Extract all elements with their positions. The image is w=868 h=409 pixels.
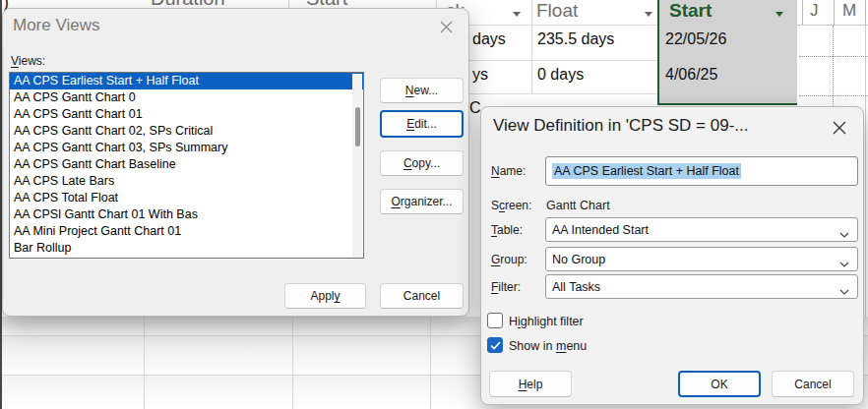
show-in-menu-label: Show in menu: [509, 339, 587, 353]
filter-label: Filter:: [491, 280, 521, 294]
dialog-title: More Views: [13, 16, 100, 35]
show-in-menu-checkbox[interactable]: [487, 337, 503, 353]
filter-select-value: All Tasks: [552, 280, 600, 294]
view-list-item[interactable]: AA CPS Gantt Chart Baseline: [10, 156, 363, 173]
background-column-line: [292, 317, 293, 409]
selected-column-bottom-border: [659, 103, 797, 105]
view-list-item[interactable]: Bar Rollup: [10, 240, 363, 257]
chevron-down-icon: [839, 284, 849, 298]
views-list[interactable]: AA CPS Earliest Start + Half FloatAA CPS…: [9, 72, 364, 259]
timescale-label: J: [810, 1, 819, 21]
timescale-divider: [802, 0, 803, 25]
apply-button[interactable]: Apply: [284, 283, 366, 309]
scrollbar[interactable]: [352, 74, 362, 259]
more-views-dialog: More Views Views: AA CPS Earliest Start …: [2, 8, 469, 317]
timescale-label: M: [842, 1, 856, 21]
gantt-gridline: [799, 95, 868, 96]
background-column-line: [430, 317, 431, 409]
view-definition-dialog: View Definition in 'CPS SD = 09-... Name…: [480, 106, 864, 405]
organizer-button[interactable]: Organizer...: [380, 189, 464, 214]
selected-column-left-border: [657, 0, 659, 105]
view-list-item[interactable]: AA CPSl Gantt Chart 01 With Bas: [10, 206, 363, 223]
dialog-title: View Definition in 'CPS SD = 09-...: [493, 116, 748, 136]
help-button[interactable]: Help: [489, 371, 572, 397]
table-cell: 4/06/25: [665, 66, 717, 84]
filter-arrow-icon: [513, 12, 521, 17]
name-label: Name:: [491, 164, 526, 178]
highlight-filter-label: Highlight filter: [509, 315, 584, 328]
close-icon[interactable]: [437, 18, 455, 35]
timescale-divider: [865, 0, 866, 25]
table-cell: 22/05/26: [665, 30, 726, 48]
chevron-down-icon: [839, 227, 849, 241]
table-cell: 235.5 days: [537, 30, 614, 48]
table-select-value: AA Intended Start: [552, 223, 649, 237]
name-input-selected-text: AA CPS Earliest Start + Half Float: [552, 163, 741, 179]
edit-button[interactable]: Edit...: [380, 110, 464, 138]
table-cell: 0 days: [537, 66, 584, 84]
view-list-item[interactable]: AA CPS Earliest Start + Half Float: [10, 73, 363, 89]
table-select[interactable]: AA Intended Start: [545, 217, 858, 242]
views-label: Views:: [11, 54, 45, 68]
close-icon[interactable]: [831, 119, 848, 137]
scrollbar-thumb[interactable]: [355, 107, 360, 146]
view-list-item[interactable]: AA CPS Total Float: [10, 190, 363, 206]
table-cell: days: [472, 30, 506, 48]
new-button[interactable]: New...: [380, 78, 464, 103]
name-input[interactable]: AA CPS Earliest Start + Half Float: [545, 156, 858, 186]
view-list-item[interactable]: AA CPS Gantt Chart 01: [10, 106, 363, 123]
screen: ) Duration Start ck Float Start days 235…: [0, 0, 868, 409]
column-header-start: Start: [669, 0, 712, 22]
ok-button[interactable]: OK: [678, 371, 761, 397]
filter-arrow-icon: [645, 12, 652, 17]
group-select[interactable]: No Group: [545, 247, 858, 271]
background-column-line: [144, 317, 145, 409]
cancel-button[interactable]: Cancel: [380, 283, 464, 309]
view-list-item[interactable]: AA CPS Late Bars: [10, 173, 363, 190]
gantt-gridline: [833, 26, 834, 106]
filter-select[interactable]: All Tasks: [545, 274, 858, 299]
table-cell: C: [469, 99, 481, 117]
cancel-button[interactable]: Cancel: [772, 371, 854, 397]
highlight-filter-checkbox[interactable]: [487, 313, 503, 328]
gantt-gridline: [799, 56, 868, 57]
view-list-item[interactable]: AA CPS Gantt Chart 0: [10, 89, 363, 106]
column-header-float: Float: [536, 0, 578, 22]
group-select-value: No Group: [552, 253, 605, 266]
timescale-divider: [834, 0, 835, 25]
filter-arrow-icon: [775, 12, 783, 17]
group-label: Group:: [491, 253, 527, 266]
screen-label: Screen:: [491, 199, 531, 212]
table-label: Table:: [491, 223, 523, 237]
table-cell: ys: [472, 66, 488, 84]
view-list-item[interactable]: AA Mini Project Gantt Chart 01: [10, 223, 363, 240]
screen-value: Gantt Chart: [546, 199, 610, 212]
view-list-item[interactable]: AA CPS Gantt Chart 02, SPs Critical: [10, 123, 363, 140]
copy-button[interactable]: Copy...: [380, 150, 464, 176]
view-list-item[interactable]: AA CPS Gantt Chart 03, SPs Summary: [10, 140, 363, 156]
column-divider: [531, 0, 532, 94]
chevron-down-icon: [839, 257, 849, 270]
